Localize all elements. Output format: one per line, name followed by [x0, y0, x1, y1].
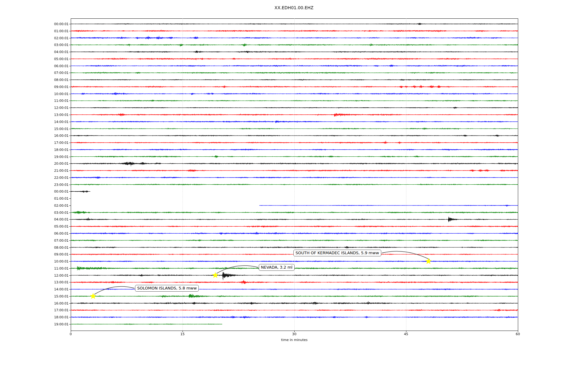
- row-time-label: 14:00:01: [0, 287, 69, 291]
- row-time-label: 13:00:01: [0, 280, 69, 284]
- x-tick-label: 30: [292, 332, 296, 336]
- x-axis-label: time in minutes: [281, 338, 307, 342]
- figure: XX.EDH01.00.EHZ 00:00:0101:00:0102:00:01…: [0, 0, 588, 368]
- row-time-label: 09:00:01: [0, 252, 69, 256]
- x-tick-label: 0: [70, 332, 72, 336]
- row-time-label: 05:00:01: [0, 224, 69, 228]
- row-time-label: 21:00:01: [0, 169, 69, 172]
- row-time-label: 14:00:01: [0, 120, 69, 124]
- row-time-label: 16:00:01: [0, 134, 69, 137]
- x-tick-label: 45: [404, 332, 408, 336]
- row-time-label: 17:00:01: [0, 141, 69, 144]
- row-time-label: 15:00:01: [0, 127, 69, 131]
- row-time-label: 12:00:01: [0, 274, 69, 277]
- row-time-label: 17:00:01: [0, 308, 69, 312]
- row-time-label: 06:00:01: [0, 232, 69, 235]
- row-time-label: 10:00:01: [0, 259, 69, 263]
- row-time-label: 16:00:01: [0, 301, 69, 305]
- row-time-label: 01:00:01: [0, 29, 69, 33]
- row-time-label: 00:00:01: [0, 22, 69, 26]
- row-time-label: 10:00:01: [0, 92, 69, 96]
- seismogram-canvas: [0, 0, 588, 368]
- row-time-label: 04:00:01: [0, 50, 69, 54]
- row-time-label: 12:00:01: [0, 106, 69, 109]
- row-time-label: 08:00:01: [0, 78, 69, 82]
- row-time-label: 20:00:01: [0, 162, 69, 165]
- row-time-label: 18:00:01: [0, 315, 69, 319]
- plot-title: XX.EDH01.00.EHZ: [0, 5, 588, 10]
- row-time-label: 06:00:01: [0, 64, 69, 68]
- row-time-label: 03:00:01: [0, 211, 69, 214]
- row-time-label: 01:00:01: [0, 197, 69, 200]
- row-time-label: 13:00:01: [0, 113, 69, 117]
- row-time-label: 04:00:01: [0, 217, 69, 221]
- row-time-label: 05:00:01: [0, 57, 69, 61]
- row-time-label: 09:00:01: [0, 85, 69, 89]
- row-time-label: 03:00:01: [0, 43, 69, 47]
- row-time-label: 07:00:01: [0, 71, 69, 75]
- row-time-label: 11:00:01: [0, 99, 69, 102]
- row-time-label: 19:00:01: [0, 322, 69, 326]
- row-time-label: 23:00:01: [0, 183, 69, 186]
- x-tick-label: 15: [180, 332, 185, 336]
- row-time-label: 08:00:01: [0, 246, 69, 249]
- row-time-label: 07:00:01: [0, 239, 69, 242]
- row-time-label: 18:00:01: [0, 148, 69, 151]
- row-time-label: 22:00:01: [0, 176, 69, 179]
- annotation-solomon: SOLOMON ISLANDS, 5.8 mww: [135, 285, 199, 292]
- annotation-nevada: NEVADA, 3.2 ml: [259, 264, 295, 271]
- row-time-label: 19:00:01: [0, 155, 69, 159]
- row-time-label: 02:00:01: [0, 204, 69, 207]
- row-time-label: 02:00:01: [0, 36, 69, 40]
- annotation-kermadec: SOUTH OF KERMADEC ISLANDS, 5.9 mww: [293, 250, 381, 256]
- row-time-label: 11:00:01: [0, 266, 69, 270]
- row-time-label: 15:00:01: [0, 294, 69, 298]
- x-tick-label: 60: [516, 332, 520, 336]
- row-time-label: 00:00:01: [0, 190, 69, 193]
